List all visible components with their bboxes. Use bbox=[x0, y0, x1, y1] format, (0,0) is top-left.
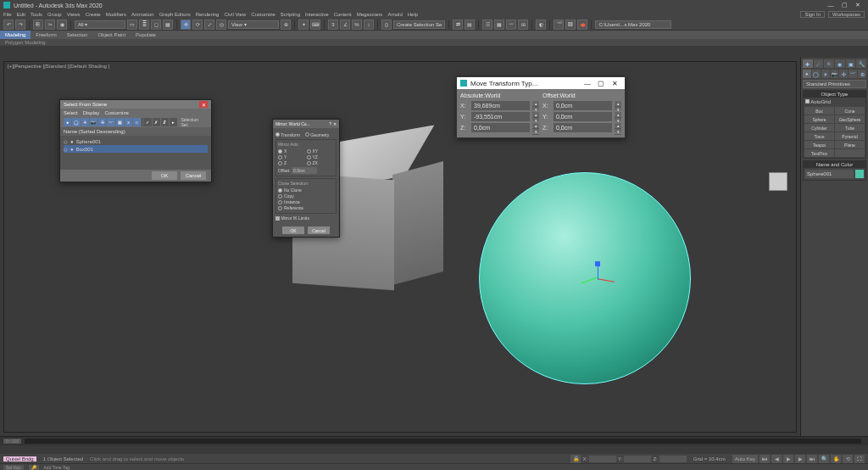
sfs-item-sphere001[interactable]: ◇●Sphere001 bbox=[64, 137, 208, 145]
keyboard-button[interactable]: ⌨ bbox=[310, 20, 320, 30]
move-off-y-spinner[interactable]: ▴▾ bbox=[615, 112, 621, 121]
sfs-filter-lights[interactable]: ☀ bbox=[81, 118, 89, 126]
mirror-axis-z-radio[interactable] bbox=[278, 161, 282, 165]
lock-selection-button[interactable]: 🔒 bbox=[570, 455, 581, 463]
mirror-mode-transform-radio[interactable] bbox=[275, 132, 280, 137]
ref-coord-combo[interactable]: View ▾ bbox=[228, 20, 279, 29]
menu-help[interactable]: Help bbox=[408, 12, 418, 17]
sfs-cancel-button[interactable]: Cancel bbox=[181, 171, 206, 180]
primitive-cylinder-button[interactable]: Cylinder bbox=[804, 124, 834, 131]
name-color-header[interactable]: Name and Color bbox=[804, 161, 865, 168]
manipulate-button[interactable]: ✦ bbox=[298, 20, 309, 30]
workspaces-button[interactable]: Workspaces bbox=[828, 11, 865, 18]
redo-button[interactable]: ↷ bbox=[15, 20, 25, 30]
pan-button[interactable]: ✋ bbox=[831, 455, 841, 463]
maximize-viewport-button[interactable]: ⛶ bbox=[854, 455, 865, 463]
time-slider[interactable] bbox=[25, 439, 861, 444]
undo-button[interactable]: ↶ bbox=[3, 20, 14, 30]
selection-set-combo[interactable]: Create Selection Se bbox=[393, 20, 445, 29]
menu-edit[interactable]: Edit bbox=[17, 12, 25, 17]
mirror-button[interactable]: ⇄ bbox=[453, 20, 463, 30]
menu-arnold[interactable]: Arnold bbox=[387, 12, 402, 17]
layer-explorer-button[interactable]: ☰ bbox=[482, 20, 492, 30]
cameras-cat-button[interactable]: 📷 bbox=[831, 70, 839, 78]
move-close-button[interactable]: ✕ bbox=[608, 80, 621, 87]
sfs-filter-geometry[interactable]: ● bbox=[64, 118, 71, 126]
object-type-header[interactable]: Object Type bbox=[804, 91, 865, 98]
mirror-help-button[interactable]: ? bbox=[329, 121, 331, 126]
mirror-axis-x-radio[interactable] bbox=[278, 149, 282, 154]
primitive-box-button[interactable]: Box bbox=[804, 107, 834, 115]
menu-tools[interactable]: Tools bbox=[31, 12, 42, 17]
pivot-button[interactable]: ⊕ bbox=[281, 20, 291, 30]
primitive-pyramid-button[interactable]: Pyramid bbox=[835, 132, 865, 140]
project-path-combo[interactable]: C:\Users\...s Max 2020 bbox=[595, 20, 671, 29]
render-setup-button[interactable]: 🎬 bbox=[554, 20, 564, 30]
select-button[interactable]: ▭ bbox=[127, 20, 137, 30]
gizmo-x-axis[interactable] bbox=[598, 278, 615, 282]
minimize-button[interactable]: — bbox=[824, 3, 837, 8]
move-abs-y-field[interactable]: -93,551cm bbox=[471, 112, 530, 121]
ribbon-tab-selection[interactable]: Selection bbox=[62, 31, 93, 39]
sfs-menu-customize[interactable]: Customize bbox=[104, 110, 128, 115]
sfs-item-box001[interactable]: ◇●Box001 bbox=[64, 145, 208, 153]
object-name-field[interactable]: Sphere001 bbox=[805, 170, 854, 178]
primitive-textplus-button[interactable]: TextPlus bbox=[804, 149, 834, 157]
mirror-mode-geometry-radio[interactable] bbox=[305, 132, 309, 137]
curve-editor-button[interactable]: 〰 bbox=[506, 20, 516, 30]
close-button[interactable]: ✕ bbox=[851, 2, 865, 8]
object-color-swatch[interactable] bbox=[855, 170, 864, 178]
goto-start-button[interactable]: ⏮ bbox=[760, 455, 770, 463]
bind-button[interactable]: ◉ bbox=[57, 20, 67, 30]
menu-file[interactable]: File bbox=[3, 12, 12, 17]
utilities-panel-tab[interactable]: 🔧 bbox=[856, 59, 866, 68]
sfs-select-all[interactable]: ✓ bbox=[143, 118, 151, 126]
primitive-teapot-button[interactable]: Teapot bbox=[804, 141, 834, 148]
signin-button[interactable]: Sign In bbox=[800, 11, 825, 18]
selection-filter-combo[interactable]: All ▾ bbox=[75, 20, 125, 29]
sfs-filter-bone[interactable]: ⎌ bbox=[133, 118, 141, 126]
quixel-bridge-tag[interactable]: Quixel Bridg bbox=[3, 456, 36, 462]
mirror-axis-xy-radio[interactable] bbox=[307, 149, 311, 154]
helpers-cat-button[interactable]: ✣ bbox=[839, 70, 848, 78]
menu-grapheditors[interactable]: Graph Editors bbox=[159, 12, 191, 17]
mirror-ok-button[interactable]: OK bbox=[282, 227, 304, 234]
mirror-cancel-button[interactable]: Cancel bbox=[308, 227, 330, 234]
spacewarp-cat-button[interactable]: 〰 bbox=[849, 70, 857, 78]
percent-snap-button[interactable]: % bbox=[352, 20, 362, 30]
status-z-field[interactable] bbox=[659, 456, 687, 462]
sfs-expand[interactable]: ▸ bbox=[170, 118, 177, 126]
sfs-column-header[interactable]: Name (Sorted Descending) bbox=[60, 127, 211, 136]
mirror-close-button[interactable]: ✕ bbox=[333, 121, 337, 126]
sfs-filter-xref[interactable]: x bbox=[125, 118, 132, 126]
primitive-torus-button[interactable]: Torus bbox=[804, 132, 834, 140]
geometry-cat-button[interactable]: ● bbox=[803, 70, 811, 78]
menu-rendering[interactable]: Rendering bbox=[196, 12, 220, 17]
primitive-cone-button[interactable]: Cone bbox=[835, 107, 865, 115]
edit-selection-set-button[interactable]: {} bbox=[381, 20, 392, 30]
move-maximize-button[interactable]: ▢ bbox=[594, 80, 608, 87]
menu-views[interactable]: Views bbox=[67, 12, 81, 17]
move-abs-z-field[interactable]: 0,0cm bbox=[471, 123, 530, 132]
render-button[interactable]: 🫖 bbox=[577, 20, 587, 30]
move-off-x-field[interactable]: 0,0cm bbox=[554, 101, 612, 110]
menu-customize[interactable]: Customize bbox=[251, 12, 275, 17]
move-minimize-button[interactable]: — bbox=[581, 80, 594, 87]
move-off-y-field[interactable]: 0,0cm bbox=[554, 112, 612, 121]
menu-modifiers[interactable]: Modifiers bbox=[106, 12, 126, 17]
link-button[interactable]: ⛓ bbox=[33, 20, 43, 30]
menu-civilview[interactable]: Civil View bbox=[224, 12, 246, 17]
rotate-button[interactable]: ⟳ bbox=[192, 20, 203, 30]
time-ruler[interactable] bbox=[0, 445, 868, 454]
move-off-z-spinner[interactable]: ▴▾ bbox=[615, 123, 621, 132]
unlink-button[interactable]: ✂ bbox=[45, 20, 55, 30]
sfs-filter-cameras[interactable]: 📷 bbox=[90, 118, 97, 126]
move-off-z-field[interactable]: 0,0cm bbox=[554, 123, 612, 132]
toggle-ribbon-button[interactable]: ▦ bbox=[494, 20, 504, 30]
systems-cat-button[interactable]: ⚙ bbox=[858, 70, 866, 78]
sfs-select-none[interactable]: ✗ bbox=[153, 118, 160, 126]
move-abs-x-spinner[interactable]: ▴▾ bbox=[532, 101, 539, 110]
menu-megascans[interactable]: Megascans bbox=[357, 12, 383, 17]
mirror-axis-yz-radio[interactable] bbox=[307, 155, 311, 159]
rect-region-button[interactable]: ◻ bbox=[151, 20, 161, 30]
